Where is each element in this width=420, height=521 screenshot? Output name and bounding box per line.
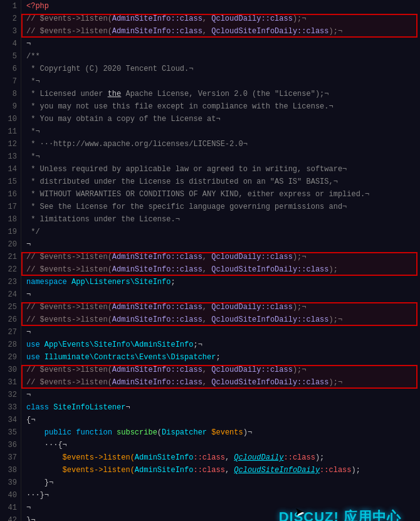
code-line: ¬	[26, 288, 420, 301]
line-number: 19	[0, 226, 21, 238]
code-line: ¬	[26, 389, 420, 401]
line-number: 38	[0, 464, 21, 476]
line-number: 3	[0, 25, 21, 38]
line-number: 23	[0, 276, 21, 288]
line-number: 10	[0, 113, 21, 125]
code-line: class SiteInfoListener¬	[26, 401, 420, 414]
line-number: 28	[0, 339, 21, 351]
code-line: *¬	[26, 125, 420, 138]
code-line: // $events->listen(AdminSiteInfo::class,…	[26, 25, 420, 38]
line-number: 7	[0, 75, 21, 88]
line-number: 21	[0, 251, 21, 263]
code-line: // $events->listen(AdminSiteInfo::class,…	[26, 313, 420, 326]
code-line: // $events->listen(AdminSiteInfo::class,…	[26, 364, 420, 376]
code-line: {¬	[26, 414, 420, 426]
line-number: 5	[0, 50, 21, 63]
line-number: 8	[0, 88, 21, 100]
code-line: use Illuminate\Contracts\Events\Dispatch…	[26, 351, 420, 364]
code-line: * Licensed under the Apache License, Ver…	[26, 88, 420, 100]
code-line: namespace App\Listeners\SiteInfo;	[26, 276, 420, 288]
line-number: 39	[0, 476, 21, 489]
line-number: 42	[0, 514, 21, 521]
code-line: * limitations under the License.¬	[26, 213, 420, 226]
code-line: ¬	[26, 326, 420, 339]
line-number: 6	[0, 63, 21, 75]
code-lines: <?php// $events->listen(AdminSiteInfo::c…	[21, 0, 420, 521]
line-number: 9	[0, 100, 21, 113]
code-line: ···}¬	[26, 489, 420, 502]
code-line: }¬	[26, 476, 420, 489]
line-number: 16	[0, 188, 21, 201]
code-line: use App\Events\SiteInfo\AdminSiteInfo;¬	[26, 339, 420, 351]
code-line: /**	[26, 50, 420, 63]
line-number: 2	[0, 13, 21, 25]
line-number: 36	[0, 439, 21, 451]
line-number: 34	[0, 414, 21, 426]
code-line: // $events->listen(AdminSiteInfo::class,…	[26, 263, 420, 276]
lines-wrapper: <?php// $events->listen(AdminSiteInfo::c…	[21, 0, 420, 521]
code-line: * See the License for the specific langu…	[26, 201, 420, 213]
code-line: * Unless required by applicable law or a…	[26, 163, 420, 176]
line-number: 32	[0, 389, 21, 401]
line-numbers: 1234567891011121314151617181920212223242…	[0, 0, 21, 521]
code-line: *¬	[26, 75, 420, 88]
line-number: 15	[0, 176, 21, 188]
line-number: 31	[0, 376, 21, 389]
code-line: $events->listen(AdminSiteInfo::class, Qc…	[26, 451, 420, 464]
line-number: 37	[0, 451, 21, 464]
code-line: * You may obtain a copy of the License a…	[26, 113, 420, 125]
code-line: */	[26, 226, 420, 238]
line-number: 24	[0, 288, 21, 301]
code-line: *¬	[26, 150, 420, 163]
code-line: <?php	[26, 0, 420, 13]
code-line: // $events->listen(AdminSiteInfo::class,…	[26, 376, 420, 389]
line-number: 33	[0, 401, 21, 414]
line-number: 11	[0, 125, 21, 138]
code-editor: 1234567891011121314151617181920212223242…	[0, 0, 420, 521]
code-line: $events->listen(AdminSiteInfo::class, Qc…	[26, 464, 420, 476]
code-line: * distributed under the License is distr…	[26, 176, 420, 188]
code-line: * Copyright (C) 2020 Tencent Cloud.¬	[26, 63, 420, 75]
line-number: 29	[0, 351, 21, 364]
line-number: 27	[0, 326, 21, 339]
line-number: 40	[0, 489, 21, 502]
code-line: // $events->listen(AdminSiteInfo::class,…	[26, 301, 420, 313]
line-number: 18	[0, 213, 21, 226]
code-line: * you may not use this file except in co…	[26, 100, 420, 113]
code-line: public function subscribe(Dispatcher $ev…	[26, 426, 420, 439]
line-number: 14	[0, 163, 21, 176]
line-number: 25	[0, 301, 21, 313]
line-number: 41	[0, 502, 21, 514]
code-line: // $events->listen(AdminSiteInfo::class,…	[26, 13, 420, 25]
cursor-icon: ➤	[295, 503, 304, 521]
line-number: 17	[0, 201, 21, 213]
line-number: 12	[0, 138, 21, 150]
code-line: ···{¬	[26, 439, 420, 451]
line-number: 26	[0, 313, 21, 326]
code-line: // $events->listen(AdminSiteInfo::class,…	[26, 251, 420, 263]
line-number: 20	[0, 238, 21, 251]
line-number: 35	[0, 426, 21, 439]
code-line: * ···http://www.apache.org/licenses/LICE…	[26, 138, 420, 150]
line-number: 13	[0, 150, 21, 163]
line-number: 4	[0, 38, 21, 50]
line-number: 1	[0, 0, 21, 13]
code-line: ¬	[26, 38, 420, 50]
line-number: 22	[0, 263, 21, 276]
line-number: 30	[0, 364, 21, 376]
code-line: ¬	[26, 238, 420, 251]
code-line: * WITHOUT WARRANTIES OR CONDITIONS OF AN…	[26, 188, 420, 201]
